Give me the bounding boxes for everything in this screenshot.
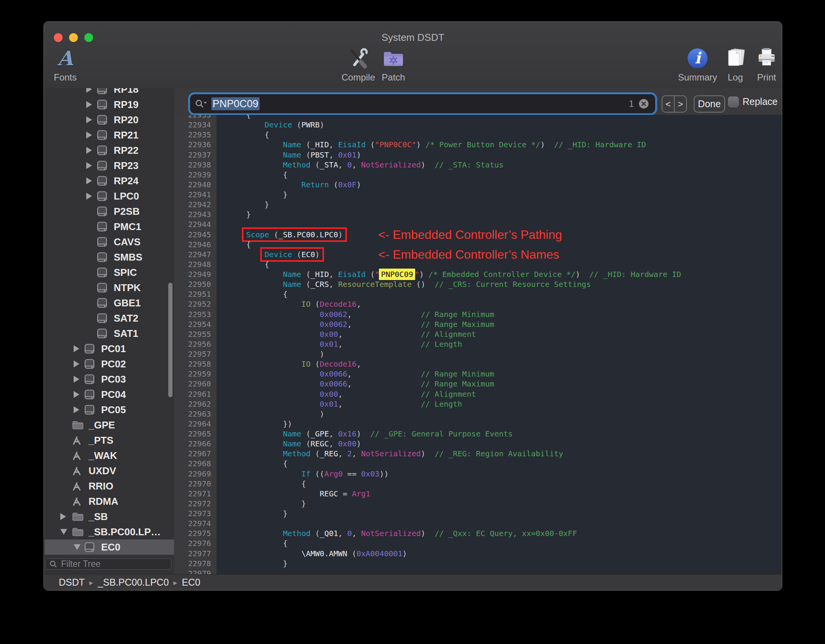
sidebar-item-gbe1[interactable]: GBE1 (45, 295, 174, 311)
disclosure-triangle-icon[interactable] (74, 361, 79, 367)
sidebar-item-uxdv[interactable]: UXDV (45, 463, 174, 478)
device-icon (97, 221, 109, 232)
toolbar-patch-button[interactable]: Patch (371, 46, 416, 83)
sidebar-item-p2sb[interactable]: P2SB (45, 204, 174, 219)
sidebar-item--sb-pc00-lp-[interactable]: _SB.PC00.LP… (45, 524, 174, 539)
line-number: 22951 (174, 289, 211, 299)
sidebar-item-rp21[interactable]: RP21 (45, 127, 174, 143)
find-next-button[interactable]: > (675, 96, 686, 112)
sidebar-item-ec0[interactable]: EC0 (45, 539, 174, 555)
disclosure-triangle-icon[interactable] (86, 132, 92, 138)
find-previous-button[interactable]: < (662, 96, 675, 112)
code-line: } (228, 190, 782, 200)
code-line: 0x0066, // Range Maximum (228, 379, 782, 389)
code-line: Method (_STA, 0, NotSerialized) // _STA:… (228, 160, 782, 170)
sidebar-item-rp18[interactable]: RP18 (45, 88, 174, 97)
code-editor[interactable]: { Device (PWRB) { Name (_HID, EisaId ("P… (217, 115, 782, 575)
device-icon (97, 328, 109, 339)
sidebar-item-pc01[interactable]: PC01 (45, 341, 174, 356)
sidebar-item-pmc1[interactable]: PMC1 (45, 219, 174, 234)
sidebar-item-pc05[interactable]: PC05 (45, 402, 174, 417)
sidebar-item-pc02[interactable]: PC02 (45, 356, 174, 372)
disclosure-triangle-icon[interactable] (86, 147, 92, 154)
disclosure-triangle-icon[interactable] (86, 88, 92, 93)
sidebar-item--sb[interactable]: _SB (45, 509, 174, 524)
replace-checkbox[interactable] (728, 97, 739, 107)
breadcrumb-device[interactable]: EC0 (182, 577, 200, 588)
device-icon (97, 114, 109, 125)
sidebar-item-rdma[interactable]: RDMA (45, 494, 174, 509)
line-number: 22936 (174, 140, 211, 150)
device-icon (84, 374, 96, 385)
disclosure-triangle-icon[interactable] (86, 101, 92, 108)
device-icon (97, 298, 109, 308)
breadcrumb-root[interactable]: DSDT (59, 577, 85, 588)
sidebar-item-smbs[interactable]: SMBS (45, 250, 174, 265)
disclosure-triangle-icon[interactable] (74, 391, 79, 398)
code-line: IO (Decode16, (228, 299, 782, 309)
line-number: 22954 (174, 319, 211, 329)
line-number: 22971 (174, 489, 211, 499)
device-tree-sidebar: RP18RP19RP20RP21RP22RP23RP24LPC0P2SBPMC1… (45, 88, 174, 575)
search-icon (49, 560, 58, 569)
search-input[interactable]: PNP0C09 1 (190, 94, 655, 113)
toolbar-print-label: Print (744, 72, 782, 83)
code-line: IO (Decode16, (228, 359, 782, 369)
folder-icon (72, 420, 84, 430)
line-number: 22955 (174, 329, 211, 339)
sidebar-item-rp23[interactable]: RP23 (45, 158, 174, 173)
sidebar-item-lpc0[interactable]: LPC0 (45, 188, 174, 204)
sidebar-item--gpe[interactable]: _GPE (45, 417, 174, 433)
device-icon (97, 313, 109, 324)
sidebar-item-rrio[interactable]: RRIO (45, 478, 174, 494)
sidebar-scrollbar[interactable] (168, 283, 172, 397)
sidebar-item-spic[interactable]: SPIC (45, 265, 174, 280)
sidebar-item-rp24[interactable]: RP24 (45, 173, 174, 188)
disclosure-triangle-icon[interactable] (74, 406, 79, 413)
tree-item-label: _PTS (89, 435, 113, 446)
window-title: System DSDT (44, 32, 782, 43)
folder-icon (72, 526, 84, 537)
device-icon (97, 88, 109, 95)
filter-tree-field[interactable]: Filter Tree (45, 558, 172, 570)
code-line: { (228, 130, 782, 140)
sidebar-item-rp19[interactable]: RP19 (45, 97, 174, 112)
sidebar-item--pts[interactable]: _PTS (45, 433, 174, 448)
disclosure-triangle-icon[interactable] (86, 116, 92, 123)
toolbar-print-button[interactable]: Print (744, 46, 782, 83)
done-button[interactable]: Done (694, 95, 725, 113)
disclosure-triangle-icon[interactable] (60, 529, 67, 535)
disclosure-triangle-icon[interactable] (86, 193, 92, 200)
sidebar-item-sat1[interactable]: SAT1 (45, 326, 174, 341)
sidebar-item-cavs[interactable]: CAVS (45, 234, 174, 250)
disclosure-triangle-icon[interactable] (74, 376, 79, 383)
tree-item-label: RP22 (114, 145, 139, 156)
code-line: }) (228, 419, 782, 429)
device-icon (97, 237, 109, 247)
clear-search-icon[interactable] (638, 98, 649, 109)
toolbar-patch-label: Patch (371, 72, 416, 83)
line-number: 22967 (174, 449, 211, 459)
sidebar-item--wak[interactable]: _WAK (45, 448, 174, 463)
line-number: 22962 (174, 399, 211, 409)
sidebar-item-ntpk[interactable]: NTPK (45, 280, 174, 295)
sidebar-item-pc03[interactable]: PC03 (45, 372, 174, 387)
tree-item-label: PC05 (101, 404, 126, 416)
sidebar-item-sat2[interactable]: SAT2 (45, 311, 174, 326)
disclosure-triangle-icon[interactable] (86, 177, 92, 184)
breadcrumb-scope[interactable]: _SB.PC00.LPC0 (98, 577, 169, 588)
sidebar-item-rp22[interactable]: RP22 (45, 143, 174, 158)
code-line: Name (REGC, 0x00) (228, 439, 782, 449)
tree-item-label: SAT2 (114, 312, 139, 324)
disclosure-triangle-icon[interactable] (74, 345, 79, 352)
disclosure-triangle-icon[interactable] (60, 513, 66, 520)
tree-item-label: RP20 (114, 114, 139, 126)
code-line: } (228, 499, 782, 509)
disclosure-triangle-icon[interactable] (86, 162, 92, 169)
sidebar-item-pc04[interactable]: PC04 (45, 387, 174, 402)
disclosure-triangle-icon[interactable] (74, 544, 81, 550)
line-number: 22935 (174, 130, 211, 140)
toolbar-fonts-button[interactable]: A Fonts (44, 46, 88, 83)
sidebar-item-rp20[interactable]: RP20 (45, 112, 174, 127)
device-icon (97, 282, 109, 293)
